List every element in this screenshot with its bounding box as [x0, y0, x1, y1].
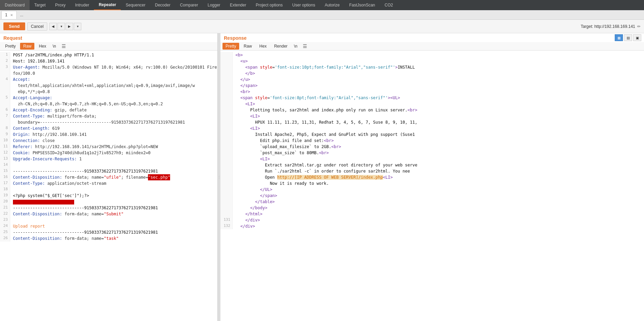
- nav-dashboard[interactable]: Dashboard: [0, 0, 30, 10]
- table-row: <b>: [220, 52, 644, 58]
- table-row: 15 -----------------------------91503373…: [0, 168, 217, 174]
- table-row: <LI>: [220, 125, 644, 131]
- table-row: 8 Content-Length: 619: [0, 125, 217, 131]
- nav-logger[interactable]: Logger: [203, 0, 225, 10]
- table-row: 2 Host: 192.168.169.141: [0, 58, 217, 64]
- table-row: Plotting tools, sar2html and index.php o…: [220, 107, 644, 113]
- nav-repeater[interactable]: Repeater: [94, 0, 121, 10]
- nav-user-options[interactable]: User options: [287, 0, 320, 10]
- response-tab-hex[interactable]: Hex: [256, 43, 269, 50]
- table-row: 13 Upgrade-Insecure-Requests: 1: [0, 156, 217, 162]
- request-tab-pretty[interactable]: Pretty: [2, 43, 19, 50]
- table-row: </table>: [220, 199, 644, 205]
- arrow-back-dropdown[interactable]: ▾: [57, 23, 65, 30]
- nav-comparer[interactable]: Comparer: [175, 0, 203, 10]
- view-toggle: ▦ ▤ ▣: [615, 34, 641, 41]
- response-header-row: Response ▦ ▤ ▣: [220, 33, 644, 42]
- table-row: 25 -----------------------------91503373…: [0, 229, 217, 235]
- nav-autorize[interactable]: Autorize: [320, 0, 344, 10]
- arrow-forward-button[interactable]: ▶: [66, 23, 73, 30]
- nav-fastjsonscan[interactable]: FastJsonScan: [344, 0, 380, 10]
- tab-close-icon[interactable]: ✕: [10, 13, 13, 17]
- table-row: 12 Cookie: PHPSESSID=2g740dih8ud1q1o2j7i…: [0, 150, 217, 156]
- table-row: Run `./sar2html -c` in order to configur…: [220, 168, 644, 174]
- request-tab-raw[interactable]: Raw: [20, 43, 34, 50]
- table-row: <LI>: [220, 156, 644, 162]
- response-tab-raw[interactable]: Raw: [241, 43, 255, 50]
- table-row: Install Apache2, Php5, Expect and GnuPlo…: [220, 131, 644, 138]
- table-row: 23: [0, 217, 217, 223]
- table-row: `upload_max_filesize` to 2GB.<br>: [220, 144, 644, 150]
- request-content[interactable]: 1 POST /sar2HTML/index.php HTTP/1.1 2 Ho…: [0, 51, 217, 321]
- table-row: <u>: [220, 58, 644, 64]
- tab-1[interactable]: 1 ✕: [1, 11, 17, 19]
- view-btn-grid[interactable]: ▦: [615, 34, 623, 41]
- main-content: Request Pretty Raw Hex \n ☰ 1 POST /sar2…: [0, 33, 644, 321]
- table-row: 7 Content-Type: multipart/form-data; bou…: [0, 113, 217, 125]
- cancel-button[interactable]: Cancel: [27, 22, 47, 31]
- response-title: Response: [220, 33, 250, 42]
- table-row: <LI>: [220, 101, 644, 107]
- table-row: Extract sar2html.tar.gz under root direc…: [220, 162, 644, 168]
- table-row: 1 POST /sar2HTML/index.php HTTP/1.1: [0, 52, 217, 58]
- toolbar: Send Cancel ◀ ▾ ▶ ▾ Target: http://192.1…: [0, 20, 644, 33]
- view-btn-list[interactable]: ▤: [624, 34, 632, 41]
- table-row: </span>: [220, 83, 644, 89]
- nav-sequencer[interactable]: Sequencer: [121, 0, 150, 10]
- top-navigation: Dashboard Target Proxy Intruder Repeater…: [0, 0, 644, 10]
- table-row: 17 Content-Type: application/octet-strea…: [0, 180, 217, 186]
- response-toolbar: Pretty Raw Hex Render \n ☰: [220, 42, 644, 51]
- response-tab-pretty[interactable]: Pretty: [222, 43, 239, 50]
- table-row: 14: [0, 162, 217, 168]
- request-tab-newline[interactable]: \n: [51, 43, 58, 49]
- table-row: 21 -----------------------------91503373…: [0, 205, 217, 211]
- table-row: 22 Content-Disposition: form-data; name=…: [0, 211, 217, 217]
- table-row: <span style='font-size:8pt;font-family:"…: [220, 95, 644, 101]
- table-row: </u>: [220, 76, 644, 83]
- tab-bar: 1 ✕ ...: [0, 10, 644, 20]
- response-menu-icon[interactable]: ☰: [301, 43, 309, 50]
- table-row: </span>: [220, 193, 644, 199]
- request-tab-hex[interactable]: Hex: [36, 43, 49, 50]
- request-toolbar: Pretty Raw Hex \n ☰: [0, 42, 217, 51]
- tab-label: 1: [5, 13, 7, 17]
- table-row: HPUX 11.11, 11.23, 11,31, Redhat 3, 4, 5…: [220, 119, 644, 125]
- nav-decoder[interactable]: Decoder: [150, 0, 175, 10]
- table-row: Now it is ready to work.: [220, 180, 644, 186]
- edit-target-icon[interactable]: ✏: [637, 24, 641, 29]
- nav-arrows: ◀ ▾ ▶ ▾: [49, 23, 81, 30]
- nav-proxy[interactable]: Proxy: [50, 0, 70, 10]
- drag-handle[interactable]: ⋮: [218, 33, 220, 321]
- nav-target[interactable]: Target: [30, 0, 50, 10]
- table-row: <LI>: [220, 113, 644, 119]
- response-content[interactable]: <b> <u> <span style='font-size:10pt;font…: [220, 51, 644, 321]
- table-row: </b>: [220, 70, 644, 76]
- nav-extender[interactable]: Extender: [225, 0, 251, 10]
- table-row: 20: [0, 199, 217, 205]
- table-row: 26 Content-Disposition: form-data; name=…: [0, 235, 217, 242]
- target-info: Target: http://192.168.169.141 ✏: [581, 24, 641, 29]
- table-row: 18: [0, 186, 217, 193]
- request-menu-icon[interactable]: ☰: [60, 43, 68, 50]
- table-row: <span style='font-size:10pt;font-family:…: [220, 64, 644, 70]
- nav-project-options[interactable]: Project options: [251, 0, 287, 10]
- response-tab-newline[interactable]: \n: [292, 43, 299, 49]
- arrow-back-button[interactable]: ◀: [49, 23, 57, 30]
- table-row: 11 Referer: http://192.168.169.141/sar2H…: [0, 144, 217, 150]
- nav-co2[interactable]: CO2: [380, 0, 398, 10]
- view-btn-panel[interactable]: ▣: [633, 34, 641, 41]
- table-row: 9 Origin: http://192.168.169.141: [0, 131, 217, 138]
- table-row: 132 </div>: [220, 223, 644, 229]
- target-label: Target: http://192.168.169.141: [581, 24, 635, 29]
- table-row: Edit php.ini file and set:<br>: [220, 138, 644, 144]
- table-row: <br>: [220, 89, 644, 95]
- tab-more[interactable]: ...: [17, 12, 26, 18]
- table-row: </body>: [220, 205, 644, 211]
- table-row: `post_max_size` to 80MB.<br>: [220, 150, 644, 156]
- request-panel: Request Pretty Raw Hex \n ☰ 1 POST /sar2…: [0, 33, 218, 321]
- arrow-forward-dropdown[interactable]: ▾: [74, 23, 81, 30]
- send-button[interactable]: Send: [3, 22, 25, 30]
- response-tab-render[interactable]: Render: [271, 43, 291, 50]
- table-row: 6 Accept-Encoding: gzip, deflate: [0, 107, 217, 113]
- nav-intruder[interactable]: Intruder: [70, 0, 94, 10]
